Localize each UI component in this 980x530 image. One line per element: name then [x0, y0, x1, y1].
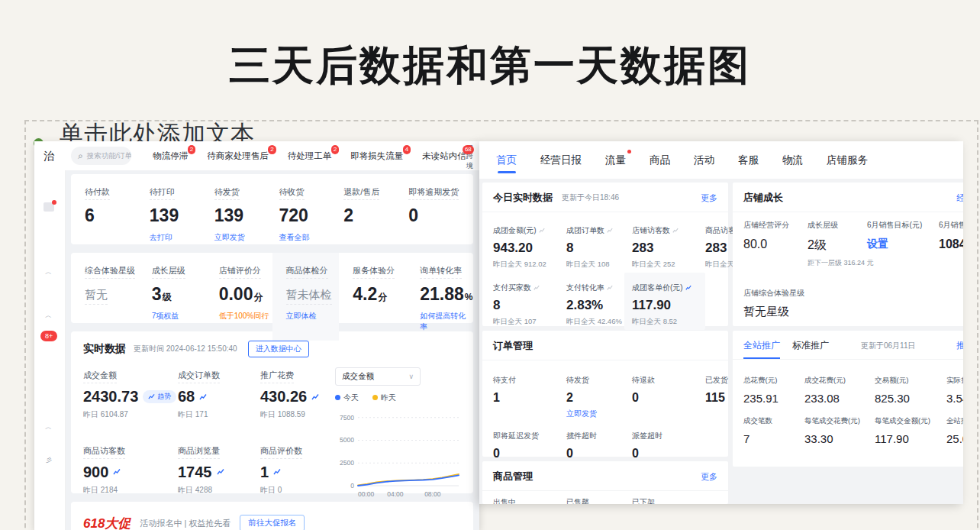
star-value: 暂无星级 [743, 305, 963, 319]
product-label: 出售中 [493, 497, 566, 504]
banner-button[interactable]: 前往大促报名 [240, 515, 305, 530]
metric-value: 2430.73 [83, 388, 138, 406]
order-metric: 即将延迟发货 0 [493, 419, 566, 461]
metric-value: 25.01% [946, 432, 963, 445]
metric-label: 成交订单数 [178, 370, 220, 383]
tab-home[interactable]: 首页 [496, 141, 517, 179]
banner-desc: 活动报名中 | 权益抢先看 [140, 518, 230, 529]
card-header: 店铺成长 经营指导 [733, 183, 963, 212]
go-print-link[interactable]: 去打印 [150, 232, 214, 243]
metric-label: 商品访客数 [83, 445, 125, 459]
tab-logistics[interactable]: 物流 [782, 141, 803, 179]
mini-chart-icon[interactable] [685, 285, 691, 291]
topnav-unread-messages[interactable]: 未读站内信68 [422, 150, 466, 162]
metric-value: 2级 [808, 238, 867, 254]
ship-now-link[interactable]: 立即发货 [214, 232, 279, 243]
metric-value: 117.90 [632, 298, 702, 313]
order-management-card: 订单管理 待支付 1 待发货 2 立即发货 待退款 [482, 331, 728, 457]
today-metric: 成团金额(元) 943.20 昨日全天 912.02 [493, 215, 566, 273]
tab-daily-report[interactable]: 经营日报 [540, 141, 582, 179]
topnav-logistics-stalled[interactable]: 物流停滞2 [153, 150, 188, 162]
below-peers-warning: 低于100%同行 [219, 311, 272, 322]
svg-text:08:00: 08:00 [424, 490, 441, 498]
tab-products[interactable]: 商品 [650, 141, 670, 179]
metric-value: 7 [743, 432, 804, 445]
promotion-overview-link[interactable]: 推广概况 [956, 340, 963, 358]
metric-label: 推广花费 [260, 370, 294, 383]
promotion-card: 全站推广 标准推广 更新于06月11日 推广概况 总花费(元) 235.91 成… [733, 331, 963, 467]
set-target-link[interactable]: 设置 [867, 238, 939, 251]
trend-badge[interactable]: 趋势 [143, 390, 176, 403]
tab-standard-promotion[interactable]: 标准推广 [792, 339, 829, 359]
card-header: 今日实时数据 更新于今日18:46 更多 [482, 183, 728, 212]
svg-text:5000: 5000 [340, 436, 354, 444]
next-level-hint: 距下一层级 316.24 元 [808, 258, 867, 268]
metric-value: 0.00分 [219, 284, 272, 305]
metric-value: 4.2分 [353, 284, 406, 305]
legend-yesterday[interactable]: 昨天 [372, 393, 396, 403]
metric-label: 待收货 [279, 186, 305, 200]
mini-chart-icon[interactable] [311, 393, 319, 401]
count-badge: 2 [188, 145, 195, 154]
tab-sitewide-promotion[interactable]: 全站推广 [743, 339, 780, 359]
order-metric: 已发货 115 [705, 364, 728, 419]
metric-label: 待付款 [85, 186, 110, 200]
metric-label: 商品浏览量 [178, 445, 220, 459]
score-metric: 商品体检分 暂未体检 立即体检 [272, 253, 340, 341]
legend-today[interactable]: 今天 [335, 393, 359, 403]
metric-value: 80.0 [743, 238, 808, 251]
more-link[interactable]: 更多 [701, 192, 717, 204]
updated-timestamp: 更新于06月11日 [861, 341, 916, 358]
tab-activities[interactable]: 活动 [694, 141, 714, 179]
mini-chart-icon[interactable] [607, 285, 613, 291]
chevron-up-icon[interactable]: ︿ [45, 267, 52, 277]
mini-chart-icon[interactable] [113, 468, 121, 476]
ship-now-link[interactable]: 立即发货 [566, 409, 632, 419]
metric-label: 服务体验分 [353, 265, 395, 279]
benefits-link[interactable]: 7项权益 [152, 311, 205, 322]
search-placeholder: 搜索功能/订单/课程/规则/帮助/服务 [87, 151, 132, 161]
topnav-losing-traffic[interactable]: 即将损失流量4 [350, 150, 403, 162]
mini-chart-icon[interactable] [607, 228, 613, 234]
today-metric: 支付买家数 8 昨日全天 107 [493, 273, 566, 330]
mini-chart-icon[interactable] [273, 468, 281, 476]
count-badge: 68 [463, 145, 474, 154]
tab-shop-services[interactable]: 店铺服务 [827, 141, 868, 179]
sidebar-manage-icon[interactable] [44, 202, 54, 212]
improve-conversion-link[interactable]: 如何提高转化率 [420, 311, 473, 332]
metric-value: 0 [566, 447, 632, 461]
product-label: 已下架 [632, 497, 717, 504]
tab-service[interactable]: 客服 [738, 141, 759, 179]
check-now-link[interactable]: 立即体检 [286, 311, 340, 322]
view-all-link[interactable]: 查看全部 [279, 232, 344, 243]
star-rating-block: 店铺综合体验星级 暂无星级 [733, 268, 963, 319]
mini-chart-icon[interactable] [217, 468, 224, 476]
mini-chart-icon[interactable] [199, 393, 207, 401]
metric-select-dropdown[interactable]: 成交金额∨ [335, 367, 421, 386]
data-center-button[interactable]: 进入数据中心 [248, 341, 309, 357]
metric-value: 139 [214, 205, 279, 226]
section-title: 今日实时数据 [493, 191, 553, 205]
card-header: 商品管理 更多 [482, 461, 728, 491]
tab-traffic[interactable]: 流量 [605, 141, 626, 179]
search-input[interactable]: ⌕ 搜索功能/订单/课程/规则/帮助/服务 [71, 147, 131, 165]
metric-value: 235.91 [743, 392, 804, 405]
topnav-pending-aftersale[interactable]: 待商家处理售后2 [207, 150, 269, 162]
mini-chart-icon[interactable] [672, 228, 679, 234]
topnav-pending-workorder[interactable]: 待处理工单2 [288, 150, 332, 162]
more-link[interactable]: 更多 [701, 471, 717, 483]
section-title: 店铺成长 [743, 191, 783, 205]
mini-chart-icon[interactable] [539, 228, 545, 234]
realtime-metric: 成交订单数 68 昨日 171 [178, 367, 260, 428]
updated-timestamp: 更新时间 2024-06-12 15:50:40 [134, 344, 237, 354]
chevron-up-icon[interactable]: ︿ [45, 311, 52, 321]
sidebar-partial-label: 治 [44, 150, 54, 163]
mini-chart-icon[interactable] [534, 285, 540, 291]
metric-value: 33.30 [804, 432, 875, 445]
operation-guide-link[interactable]: 经营指导 [956, 192, 963, 204]
metric-value: 3级 [152, 284, 205, 305]
realtime-metric: 商品浏览量 1745 昨日 4288 [178, 443, 260, 503]
metric-value: 430.26 [260, 388, 307, 406]
today-metrics: 成团金额(元) 943.20 昨日全天 912.02 成团订单数 8 昨日全天 … [482, 212, 728, 336]
chevron-up-icon[interactable]: ︿ [45, 422, 52, 432]
